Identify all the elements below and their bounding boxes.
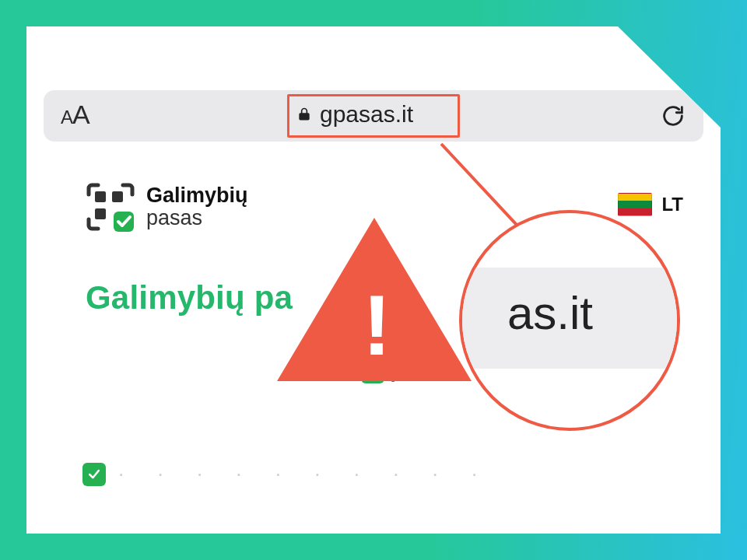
check-icon xyxy=(82,463,106,486)
page-headline: Galimybių pa xyxy=(86,279,293,317)
url-display[interactable]: gpasas.it xyxy=(296,101,413,128)
qr-icon xyxy=(86,182,135,232)
svg-rect-2 xyxy=(95,208,106,219)
site-title-line1: Galimybių xyxy=(146,184,248,208)
address-bar[interactable]: AA gpasas.it xyxy=(44,90,703,142)
bottom-row: · · · · · · · · · · xyxy=(82,462,491,486)
white-card: AA gpasas.it xyxy=(26,26,721,534)
warning-exclamation: ! xyxy=(363,275,391,374)
url-text: gpasas.it xyxy=(320,101,413,128)
flag-icon xyxy=(618,193,652,216)
site-logo: Galimybių pasas xyxy=(86,182,248,232)
lock-icon xyxy=(296,107,312,122)
svg-rect-1 xyxy=(112,191,123,202)
zoom-text: as.it xyxy=(507,286,593,340)
language-selector[interactable]: LT xyxy=(618,193,683,216)
gradient-frame: AA gpasas.it xyxy=(0,0,747,560)
site-title: Galimybių pasas xyxy=(146,184,248,230)
site-title-line2: pasas xyxy=(146,206,248,230)
svg-rect-0 xyxy=(95,191,106,202)
refresh-icon[interactable] xyxy=(660,103,686,129)
text-size-control[interactable]: AA xyxy=(61,100,89,130)
zoom-callout: as.it xyxy=(459,210,680,431)
language-code: LT xyxy=(661,194,683,215)
